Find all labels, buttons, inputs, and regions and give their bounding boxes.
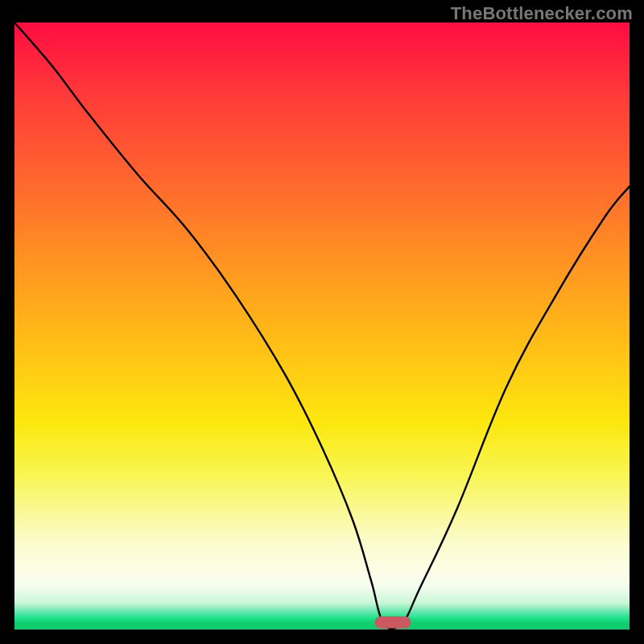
- bottleneck-curve: [14, 23, 630, 630]
- plot-area: [14, 23, 630, 630]
- chart-frame: TheBottlenecker.com: [0, 0, 644, 644]
- watermark-text: TheBottlenecker.com: [451, 3, 633, 24]
- optimal-marker: [374, 616, 411, 628]
- plot-inner: [14, 23, 630, 630]
